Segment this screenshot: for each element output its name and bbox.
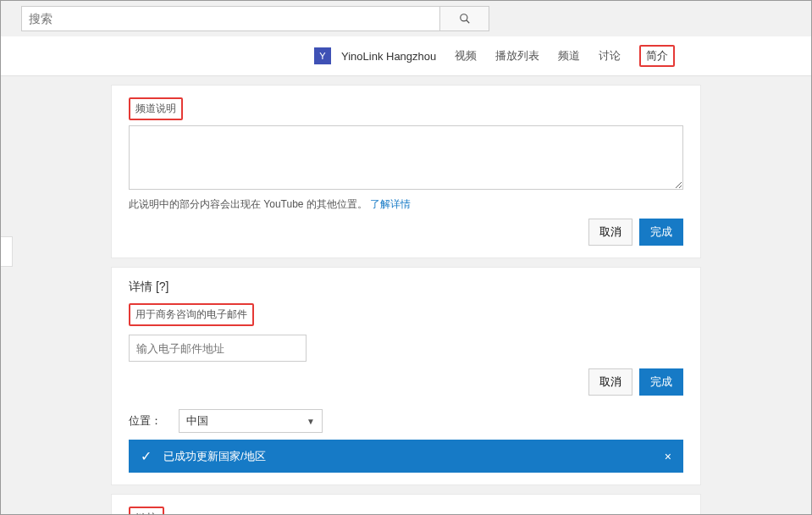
description-heading: 频道说明	[129, 97, 183, 120]
hint-text: 此说明中的部分内容会出现在 YouTube 的其他位置。	[129, 198, 367, 210]
location-value: 中国	[186, 413, 208, 429]
svg-line-1	[466, 20, 469, 24]
top-bar	[1, 1, 811, 36]
svg-point-0	[460, 14, 467, 21]
section-description: 频道说明 此说明中的部分内容会出现在 YouTube 的其他位置。 了解详情 取…	[111, 85, 701, 258]
success-alert: ✓ 已成功更新国家/地区 ×	[129, 440, 683, 473]
business-email-label: 用于商务咨询的电子邮件	[129, 303, 254, 326]
channel-name: YinoLink Hangzhou	[341, 50, 436, 63]
done-button[interactable]: 完成	[639, 219, 683, 246]
details-heading: 详情 [?]	[129, 280, 683, 295]
avatar: Y	[314, 47, 331, 64]
tab-about[interactable]: 简介	[639, 45, 675, 67]
left-edge-stub	[1, 236, 13, 267]
close-icon[interactable]: ×	[665, 450, 671, 463]
search-input[interactable]	[21, 6, 440, 31]
tab-discussion[interactable]: 讨论	[599, 48, 621, 64]
done-button[interactable]: 完成	[639, 368, 683, 396]
tab-playlists[interactable]: 播放列表	[495, 48, 539, 64]
chevron-down-icon: ▼	[307, 417, 315, 426]
channel-nav: Y YinoLink Hangzhou 视频 播放列表 频道 讨论 简介	[1, 36, 811, 76]
tab-videos[interactable]: 视频	[455, 48, 477, 64]
description-textarea[interactable]	[129, 125, 683, 190]
learn-more-link[interactable]: 了解详情	[370, 198, 411, 210]
cancel-button[interactable]: 取消	[588, 368, 632, 396]
section-details: 详情 [?] 用于商务咨询的电子邮件 取消 完成 位置： 中国 ▼ ✓ 已成功更…	[111, 267, 701, 485]
check-icon: ✓	[141, 448, 152, 464]
alert-text: 已成功更新国家/地区	[163, 449, 266, 464]
description-hint: 此说明中的部分内容会出现在 YouTube 的其他位置。 了解详情	[129, 197, 683, 212]
section-links: 链接 自定义链接 在频道图片上叠放前 5 ▼ 个自定义链接 可添加官网，Inst…	[111, 494, 701, 515]
search-button[interactable]	[440, 6, 489, 31]
tab-channels[interactable]: 频道	[558, 48, 580, 64]
cancel-button[interactable]: 取消	[588, 219, 632, 246]
search-icon	[459, 13, 471, 25]
location-label: 位置：	[129, 413, 162, 429]
email-field[interactable]	[129, 335, 307, 362]
links-heading: 链接	[129, 507, 164, 515]
location-select[interactable]: 中国 ▼	[179, 409, 323, 433]
